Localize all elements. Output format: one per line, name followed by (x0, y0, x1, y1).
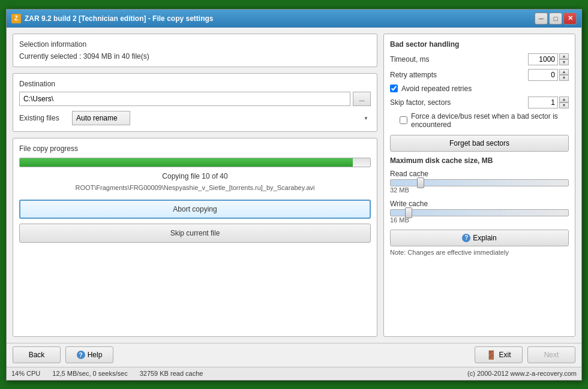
skip-factor-spinner-btns: ▲ ▼ (559, 97, 569, 108)
existing-files-select-wrapper: Auto rename (72, 111, 371, 125)
close-button[interactable]: ✕ (563, 13, 577, 25)
retry-up-button[interactable]: ▲ (559, 69, 569, 75)
right-panel-inner: Bad sector handling Timeout, ms ▲ ▼ Retr… (383, 34, 575, 337)
explain-label: Explain (473, 234, 496, 242)
destination-group: Destination ... Existing files Auto rena… (13, 73, 377, 132)
timeout-row: Timeout, ms ▲ ▼ (390, 53, 569, 65)
skip-factor-label: Skip factor, sectors (390, 98, 451, 107)
title-controls: ─ □ ✕ (535, 13, 577, 25)
timeout-label: Timeout, ms (390, 55, 430, 64)
existing-files-select[interactable]: Auto rename (72, 111, 130, 125)
read-cache-label: Read cache (390, 170, 569, 178)
forget-button[interactable]: Forget bad sectors (390, 135, 569, 152)
abort-button[interactable]: Abort copying (19, 200, 371, 219)
retry-label: Retry attempts (390, 71, 437, 79)
bad-sector-title: Bad sector handling (390, 40, 569, 49)
force-reset-row: Force a device/bus reset when a bad sect… (400, 112, 569, 129)
write-cache-label: Write cache (390, 200, 569, 208)
destination-label: Destination (19, 80, 371, 88)
write-cache-slider-container (390, 209, 569, 216)
timeout-up-button[interactable]: ▲ (559, 53, 569, 59)
force-reset-checkbox[interactable] (400, 116, 407, 124)
status-copyright: (c) 2000-2012 www.z-a-recovery.com (467, 370, 577, 377)
retry-down-button[interactable]: ▼ (559, 75, 569, 81)
progress-label: File copy progress (19, 144, 371, 153)
skip-factor-input[interactable] (528, 97, 558, 108)
write-cache-thumb[interactable] (405, 207, 412, 218)
write-cache-value: 16 MB (390, 216, 569, 224)
write-cache-row: Write cache 16 MB (390, 200, 569, 224)
help-label: Help (88, 351, 103, 359)
cache-title: Maximum disk cache size, MB (390, 156, 569, 165)
cache-section: Maximum disk cache size, MB Read cache 3… (390, 156, 569, 224)
maximize-button[interactable]: □ (549, 13, 562, 25)
skip-factor-row: Skip factor, sectors ▲ ▼ (390, 97, 569, 108)
avoid-retries-row: Avoid repeated retries (390, 85, 569, 93)
retry-spinner-btns: ▲ ▼ (559, 69, 569, 81)
exit-label: Exit (499, 351, 511, 359)
read-cache-slider-container (390, 179, 569, 186)
title-bar-left: Z ZAR 9.2 build 2 [Technician edition] -… (11, 14, 213, 23)
progress-file: ROOT\Fragments\FRG00009\Nespyashie_v_Sie… (19, 184, 371, 191)
exit-button[interactable]: 🚪 Exit (475, 346, 523, 363)
bottom-bar: Back ? Help 🚪 Exit Next (7, 343, 581, 367)
progress-bar-container (19, 158, 371, 167)
right-panel: Bad sector handling Timeout, ms ▲ ▼ Retr… (383, 34, 575, 337)
dest-row: ... (19, 92, 371, 106)
write-cache-track (390, 209, 569, 216)
skip-button[interactable]: Skip current file (19, 224, 371, 243)
avoid-retries-checkbox[interactable] (390, 85, 398, 92)
progress-group: File copy progress Copying file 10 of 40… (13, 138, 377, 337)
status-speed: 12,5 MB/sec, 0 seeks/sec (52, 370, 127, 377)
read-cache-thumb[interactable] (417, 177, 424, 188)
explain-icon: ? (462, 234, 470, 242)
app-icon: Z (11, 14, 21, 23)
existing-files-row: Existing files Auto rename (19, 111, 371, 125)
retry-input[interactable] (528, 69, 558, 81)
note-text: Note: Changes are effective immediately (390, 249, 569, 256)
skip-factor-spinner: ▲ ▼ (528, 97, 569, 108)
retry-spinner: ▲ ▼ (528, 69, 569, 81)
avoid-retries-label: Avoid repeated retries (401, 85, 472, 93)
timeout-input[interactable] (528, 53, 558, 65)
skip-factor-down-button[interactable]: ▼ (559, 102, 569, 108)
help-icon: ? (77, 351, 85, 359)
retry-row: Retry attempts ▲ ▼ (390, 69, 569, 81)
read-cache-row: Read cache 32 MB (390, 170, 569, 194)
progress-bar-fill (20, 158, 353, 167)
minimize-button[interactable]: ─ (535, 13, 548, 25)
title-bar: Z ZAR 9.2 build 2 [Technician edition] -… (7, 10, 581, 28)
destination-input[interactable] (19, 92, 350, 106)
left-panel: Selection information Currently selected… (13, 34, 377, 337)
force-reset-label: Force a device/bus reset when a bad sect… (411, 112, 569, 129)
help-button[interactable]: ? Help (65, 346, 113, 363)
timeout-spinner: ▲ ▼ (528, 53, 569, 65)
status-cpu: 14% CPU (11, 370, 40, 377)
selection-info: Currently selected : 3094 MB in 40 file(… (19, 52, 371, 61)
status-cache: 32759 KB read cache (140, 370, 203, 377)
window-title: ZAR 9.2 build 2 [Technician edition] - F… (25, 14, 213, 23)
progress-status: Copying file 10 of 40 (19, 172, 371, 180)
explain-button[interactable]: ? Explain (390, 230, 569, 246)
selection-label: Selection information (19, 40, 371, 49)
selection-group: Selection information Currently selected… (13, 34, 377, 67)
next-button[interactable]: Next (527, 346, 575, 363)
existing-files-label: Existing files (19, 114, 67, 122)
skip-factor-up-button[interactable]: ▲ (559, 97, 569, 102)
main-content: Selection information Currently selected… (7, 28, 581, 343)
main-window: Z ZAR 9.2 build 2 [Technician edition] -… (6, 9, 582, 381)
timeout-spinner-btns: ▲ ▼ (559, 53, 569, 65)
browse-button[interactable]: ... (353, 92, 371, 106)
back-button[interactable]: Back (13, 346, 61, 363)
status-bar: 14% CPU 12,5 MB/sec, 0 seeks/sec 32759 K… (7, 367, 581, 380)
exit-icon: 🚪 (486, 350, 496, 360)
read-cache-track (390, 179, 569, 186)
timeout-down-button[interactable]: ▼ (559, 59, 569, 65)
